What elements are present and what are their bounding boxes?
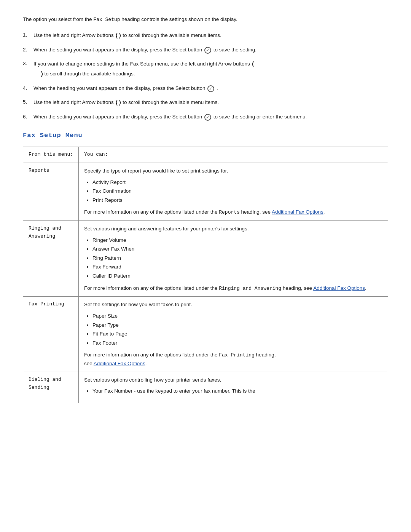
table-row-dialing: Dialing andSending Set various options c… — [23, 372, 388, 403]
fax-printing-bullet-4: Fax Footer — [92, 339, 382, 347]
step-num-6: 6. — [23, 113, 27, 121]
reports-bullet-3: Print Reports — [92, 196, 382, 204]
step-3: 3. If you want to change more settings i… — [23, 59, 388, 79]
ringing-desc-text: Set various ringing and answering featur… — [84, 226, 249, 232]
ringing-bullet-4: Fax Forward — [92, 263, 382, 271]
table-header-col2: You can: — [79, 147, 388, 163]
ringing-footer: For more information on any of the optio… — [84, 285, 366, 291]
menu-item-ringing: Ringing andAnswering — [23, 221, 79, 297]
menu-desc-ringing: Set various ringing and answering featur… — [79, 221, 388, 297]
fax-printing-bullet-2: Paper Type — [92, 321, 382, 329]
arrow-left-icon-5: ⟨ — [115, 99, 118, 106]
ringing-bullets: Ringer Volume Answer Fax When Ring Patte… — [84, 236, 382, 280]
menu-desc-dialing: Set various options controlling how your… — [79, 372, 388, 403]
step-num-1: 1. — [23, 31, 27, 39]
dialing-desc-text: Set various options controlling how your… — [84, 377, 221, 383]
step-num-4: 4. — [23, 84, 27, 93]
step-1: 1. Use the left and right Arrow buttons … — [23, 31, 388, 41]
ringing-bullet-1: Ringer Volume — [92, 236, 382, 244]
step-num-5: 5. — [23, 98, 27, 106]
menu-desc-reports: Specify the type of report you would lik… — [79, 163, 388, 220]
intro-paragraph: The option you select from the Fax Setup… — [23, 15, 388, 24]
menu-item-dialing: Dialing andSending — [23, 372, 79, 403]
fax-printing-desc-text: Set the settings for how you want faxes … — [84, 302, 192, 307]
ringing-code: Ringing and Answering — [219, 286, 281, 291]
fax-printing-bullet-3: Fit Fax to Page — [92, 330, 382, 338]
menu-desc-fax-printing: Set the settings for how you want faxes … — [79, 297, 388, 372]
reports-bullet-2: Fax Confirmation — [92, 187, 382, 195]
section-title: Fax Setup Menu — [23, 130, 388, 141]
fax-printing-bullet-1: Paper Size — [92, 312, 382, 320]
ringing-bullet-5: Caller ID Pattern — [92, 272, 382, 280]
fax-setup-table: From this menu: You can: Reports Specify… — [23, 147, 388, 403]
arrow-left-icon-3: ⟨ — [252, 61, 254, 67]
fax-printing-link[interactable]: Additional Fax Options — [94, 361, 145, 366]
fax-printing-code: Fax Printing — [219, 352, 255, 358]
dialing-bullet-1: Your Fax Number - use the keypad to ente… — [92, 387, 382, 395]
ringing-bullet-2: Answer Fax When — [92, 245, 382, 253]
reports-bullet-1: Activity Report — [92, 178, 382, 187]
reports-code: Reports — [219, 209, 240, 215]
table-row-ringing: Ringing andAnswering Set various ringing… — [23, 221, 388, 297]
arrow-right-icon-5: ⟩ — [119, 99, 121, 106]
select-button-icon-4 — [207, 85, 214, 92]
menu-item-fax-printing: Fax Printing — [23, 297, 79, 372]
step-5: 5. Use the left and right Arrow buttons … — [23, 98, 388, 108]
reports-link[interactable]: Additional Fax Options — [272, 209, 323, 215]
step-4: 4. When the heading you want appears on … — [23, 84, 388, 93]
reports-desc-text: Specify the type of report you would lik… — [84, 168, 228, 174]
fax-setup-code: Fax Setup — [93, 17, 120, 22]
arrow-right-icon-3: ⟩ — [41, 71, 43, 77]
table-row-fax-printing: Fax Printing Set the settings for how yo… — [23, 297, 388, 372]
dialing-bullets: Your Fax Number - use the keypad to ente… — [84, 387, 382, 395]
table-header-row: From this menu: You can: — [23, 147, 388, 163]
steps-list: 1. Use the left and right Arrow buttons … — [23, 31, 388, 121]
fax-printing-bullets: Paper Size Paper Type Fit Fax to Page Fa… — [84, 312, 382, 347]
select-button-icon-6 — [204, 114, 211, 121]
fax-printing-footer: For more information on any of the optio… — [84, 352, 276, 366]
menu-item-reports: Reports — [23, 163, 79, 220]
table-row-reports: Reports Specify the type of report you w… — [23, 163, 388, 220]
ringing-bullet-3: Ring Pattern — [92, 254, 382, 262]
select-button-icon — [204, 47, 211, 54]
reports-bullets: Activity Report Fax Confirmation Print R… — [84, 178, 382, 204]
arrow-left-icon: ⟨ — [115, 32, 118, 39]
step-num-3: 3. — [23, 59, 27, 68]
step-2: 2. When the setting you want appears on … — [23, 46, 388, 54]
table-header-col1: From this menu: — [23, 147, 79, 163]
arrow-right-icon: ⟩ — [119, 32, 121, 39]
ringing-link[interactable]: Additional Fax Options — [313, 285, 365, 291]
step-6: 6. When the setting you want appears on … — [23, 113, 388, 121]
reports-footer: For more information on any of the optio… — [84, 209, 325, 215]
step-num-2: 2. — [23, 46, 27, 54]
